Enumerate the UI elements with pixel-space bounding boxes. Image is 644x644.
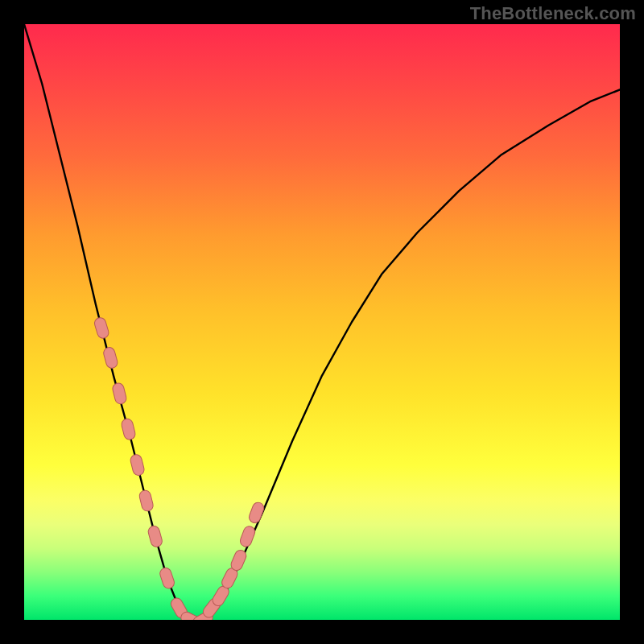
data-marker bbox=[159, 567, 175, 590]
chart-svg bbox=[24, 24, 620, 620]
plot-area bbox=[24, 24, 620, 620]
data-marker bbox=[130, 453, 146, 477]
bottleneck-curve bbox=[24, 24, 620, 620]
marker-layer bbox=[93, 316, 266, 620]
data-marker bbox=[147, 525, 163, 548]
attribution-watermark: TheBottleneck.com bbox=[470, 3, 636, 24]
outer-frame: TheBottleneck.com bbox=[0, 0, 644, 644]
data-marker bbox=[238, 525, 256, 548]
data-marker bbox=[247, 501, 265, 524]
data-marker bbox=[93, 316, 110, 340]
data-marker bbox=[229, 548, 248, 572]
data-marker bbox=[111, 382, 127, 405]
data-marker bbox=[138, 489, 155, 513]
data-marker bbox=[102, 346, 118, 369]
data-marker bbox=[121, 418, 137, 441]
